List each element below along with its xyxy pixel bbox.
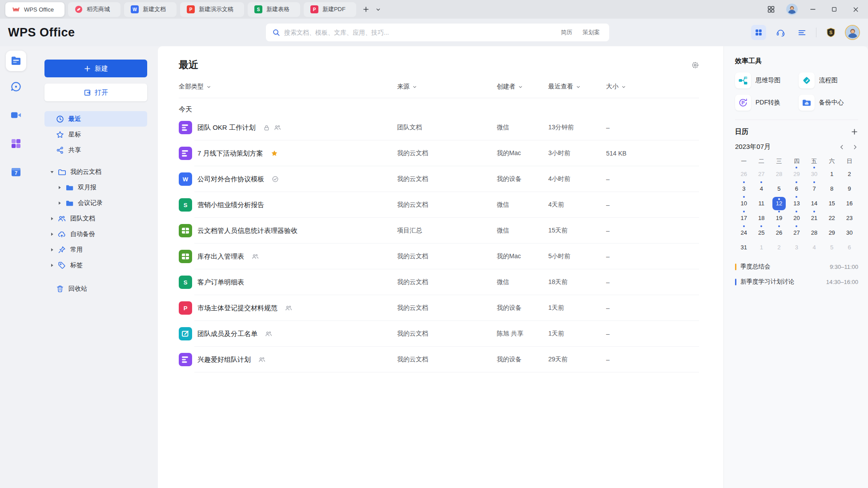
sidebar-item-my-cloud-docs[interactable]: 我的云文档 — [44, 164, 147, 180]
sidebar-item-frequent[interactable]: 常用 — [44, 242, 147, 257]
calendar-day[interactable]: 6 — [788, 181, 806, 196]
tool-mindmap[interactable]: 思维导图 — [735, 72, 795, 88]
file-row[interactable]: S营销小组业绩分析报告我的云文档微信4天前– — [179, 192, 699, 218]
list-settings-button[interactable] — [691, 61, 699, 69]
tab-new-sheet[interactable]: S新建表格 — [248, 2, 300, 17]
sidebar-item-recent[interactable]: 最近 — [44, 111, 147, 127]
calendar-day[interactable]: 9 — [840, 181, 858, 196]
calendar-day[interactable]: 10 — [735, 196, 753, 211]
sidebar-item-auto-backup[interactable]: 自动备份 — [44, 226, 147, 242]
sidebar-item-team-docs[interactable]: 团队文档 — [44, 211, 147, 226]
calendar-day[interactable]: 16 — [840, 196, 858, 211]
open-file-button[interactable]: 打开 — [44, 84, 147, 101]
new-tab-button[interactable] — [360, 3, 372, 16]
calendar-day[interactable]: 8 — [823, 181, 841, 196]
customer-service-button[interactable] — [773, 25, 788, 40]
calendar-day[interactable]: 11 — [753, 196, 771, 211]
calendar-day[interactable]: 5 — [823, 240, 841, 255]
calendar-day[interactable]: 1 — [823, 167, 841, 181]
caret-down-icon[interactable] — [50, 170, 54, 174]
calendar-day[interactable]: 17 — [735, 211, 753, 225]
calendar-day[interactable]: 5 — [770, 181, 788, 196]
rail-item-docs[interactable] — [6, 51, 26, 71]
tool-pdf-convert[interactable]: PPDF转换 — [735, 95, 795, 111]
tab-new-pdf[interactable]: P新建PDF — [304, 2, 356, 17]
calendar-day[interactable]: 31 — [735, 240, 753, 255]
calendar-day[interactable]: 4 — [753, 181, 771, 196]
caret-right-icon[interactable] — [50, 263, 54, 268]
next-month-button[interactable] — [852, 144, 858, 150]
calendar-day[interactable]: 7 — [805, 181, 823, 196]
search-tag-plan[interactable]: 策划案 — [579, 27, 603, 38]
boss-key-button[interactable] — [765, 3, 777, 16]
calendar-day[interactable]: 30 — [805, 167, 823, 181]
rail-item-calendar[interactable]: 7 — [10, 166, 22, 178]
filter-viewed[interactable]: 最近查看 — [548, 83, 606, 91]
filter-source[interactable]: 来源 — [397, 83, 497, 91]
file-row[interactable]: 7 月线下活动策划方案我的云文档我的Mac3小时前514 KB — [179, 140, 699, 166]
file-row[interactable]: 团队 OKR 工作计划团队文档微信13分钟前– — [179, 115, 699, 140]
tab-wps-office[interactable]: WPS Office — [5, 2, 64, 17]
tab-new-doc[interactable]: W新建文档 — [124, 2, 177, 17]
calendar-day-selected[interactable]: 12 — [770, 196, 788, 211]
calendar-day[interactable]: 29 — [788, 167, 806, 181]
calendar-day[interactable]: 24 — [735, 225, 753, 240]
caret-right-icon[interactable] — [50, 248, 54, 252]
search-tag-resume[interactable]: 简历 — [558, 27, 575, 38]
prev-month-button[interactable] — [839, 144, 845, 150]
calendar-day[interactable]: 27 — [788, 225, 806, 240]
event-item[interactable]: 季度总结会9:30–11:00 — [735, 259, 858, 274]
tab-docer-mall[interactable]: 稻壳商城 — [68, 2, 121, 17]
rail-item-apps[interactable] — [10, 138, 22, 149]
new-document-button[interactable]: 新建 — [44, 60, 147, 77]
calendar-day[interactable]: 13 — [788, 196, 806, 211]
calendar-day[interactable]: 2 — [770, 240, 788, 255]
calendar-day[interactable]: 23 — [840, 211, 858, 225]
filter-creator[interactable]: 创建者 — [497, 83, 548, 91]
file-row[interactable]: S客户订单明细表我的云文档微信18天前– — [179, 269, 699, 295]
tab-new-ppt[interactable]: P新建演示文稿 — [180, 2, 244, 17]
calendar-day[interactable]: 2 — [840, 167, 858, 181]
calendar-day[interactable]: 25 — [753, 225, 771, 240]
home-apps-button[interactable] — [751, 25, 766, 40]
add-event-button[interactable] — [851, 128, 858, 136]
sidebar-item-starred[interactable]: 星标 — [44, 127, 147, 142]
sidebar-item-shared[interactable]: 共享 — [44, 142, 147, 158]
calendar-day[interactable]: 19 — [770, 211, 788, 225]
calendar-day[interactable]: 20 — [788, 211, 806, 225]
sidebar-item-recycle-bin[interactable]: 回收站 — [44, 281, 147, 296]
calendar-day[interactable]: 29 — [823, 225, 841, 240]
file-row[interactable]: 云文档管人员信息统计表理器验收项目汇总微信15天前– — [179, 218, 699, 244]
caret-right-icon[interactable] — [57, 201, 62, 205]
caret-right-icon[interactable] — [50, 232, 54, 236]
caret-right-icon[interactable] — [57, 185, 62, 190]
rail-item-meeting[interactable] — [10, 109, 22, 121]
close-button[interactable] — [849, 3, 862, 16]
calendar-day[interactable]: 3 — [735, 181, 753, 196]
calendar-day[interactable]: 4 — [805, 240, 823, 255]
file-row[interactable]: P市场主体登记提交材料规范我的云文档我的设备1天前– — [179, 295, 699, 321]
search-bar[interactable]: 简历 策划案 — [266, 24, 609, 41]
search-input[interactable] — [284, 29, 554, 36]
calendar-day[interactable]: 18 — [753, 211, 771, 225]
maximize-button[interactable] — [828, 3, 840, 16]
calendar-day[interactable]: 3 — [788, 240, 806, 255]
calendar-day[interactable]: 21 — [805, 211, 823, 225]
user-avatar[interactable] — [845, 25, 860, 40]
tool-backup[interactable]: 备份中心 — [799, 95, 859, 111]
global-menu-button[interactable] — [795, 25, 809, 40]
calendar-day[interactable]: 15 — [823, 196, 841, 211]
sidebar-item-meeting-notes[interactable]: 会议记录 — [44, 195, 147, 211]
calendar-day[interactable]: 30 — [840, 225, 858, 240]
minimize-button[interactable] — [807, 3, 819, 16]
caret-right-icon[interactable] — [50, 216, 54, 221]
calendar-day[interactable]: 1 — [753, 240, 771, 255]
file-row[interactable]: 库存出入管理表我的云文档我的Mac5小时前– — [179, 244, 699, 269]
tool-flowchart[interactable]: 流程图 — [799, 72, 859, 88]
calendar-day[interactable]: 27 — [753, 167, 771, 181]
rail-item-chat[interactable] — [10, 81, 22, 92]
calendar-day[interactable]: 28 — [770, 167, 788, 181]
calendar-day[interactable]: 22 — [823, 211, 841, 225]
filter-size[interactable]: 大小 — [606, 83, 699, 91]
tab-list-dropdown-button[interactable] — [372, 3, 385, 16]
